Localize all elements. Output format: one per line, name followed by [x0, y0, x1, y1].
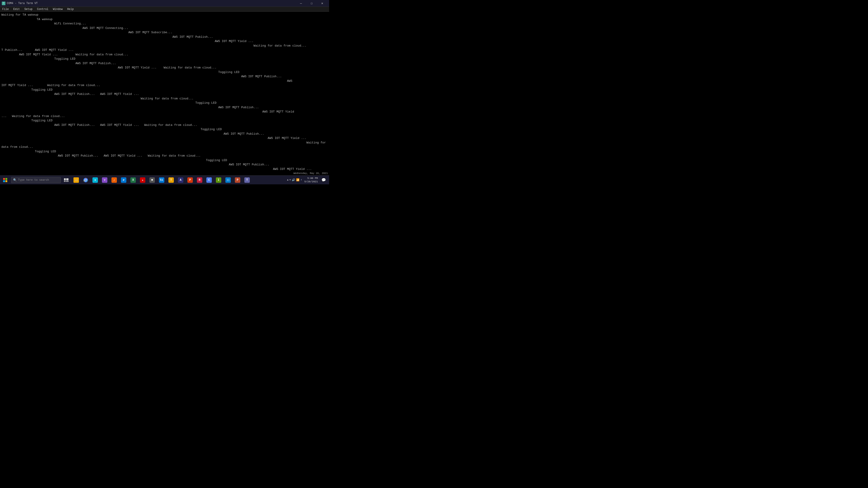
- taskbar-app-edge[interactable]: e: [119, 175, 128, 185]
- taskbar-app-excel[interactable]: X: [129, 175, 138, 185]
- svg-rect-1: [5, 178, 7, 180]
- terminal-output[interactable]: Waiting for TA wakeup TA wakeup Wifi Con…: [0, 12, 329, 175]
- taskbar-app-3dviewer[interactable]: ◈: [91, 175, 100, 185]
- svg-rect-7: [66, 181, 67, 182]
- svg-rect-0: [3, 178, 5, 180]
- terminal-line: Waiting for data from cloud...: [1, 96, 328, 101]
- terminal-line: AWS IOT MQTT Publish...: [1, 105, 328, 110]
- si-icon: Si: [159, 177, 164, 183]
- vs-icon: V: [102, 177, 107, 183]
- taskbar-app-darkred[interactable]: R: [195, 175, 204, 185]
- svg-rect-4: [64, 178, 66, 181]
- taskbar-app-vscode[interactable]: ⟨⟩: [223, 175, 232, 185]
- app-green-icon: I: [216, 177, 221, 183]
- minimize-button[interactable]: —: [296, 0, 306, 7]
- close-button[interactable]: ✕: [317, 0, 327, 7]
- terminal-line: Toggling LED: [1, 57, 328, 61]
- terminal-line: ... Waiting for data from cloud...: [1, 114, 328, 119]
- maximize-button[interactable]: ☐: [307, 0, 317, 7]
- terminal-line: AWS IOT MQTT Publish...: [1, 162, 328, 167]
- windows-icon: [3, 178, 7, 182]
- taskbar-app-gray[interactable]: ■: [148, 175, 157, 185]
- window-title: COM4 - Tera Term VT: [7, 2, 38, 5]
- svg-point-11: [85, 179, 87, 181]
- terminal-line: AWS IOT MQTT Publish...: [1, 74, 328, 79]
- taskbar-apps: 🗂 ◈ V ♪ e X: [72, 175, 285, 185]
- app-gray-icon: ■: [149, 177, 155, 183]
- terminal-line: data from cloud...: [1, 145, 328, 149]
- app-blue2-icon: A: [178, 177, 183, 183]
- terminal-line: AWS IOT MQTT Yield ...: [1, 39, 328, 43]
- app-darkred-icon: R: [197, 177, 202, 183]
- menu-control[interactable]: Control: [35, 7, 51, 11]
- taskbar-app-red[interactable]: ★: [138, 175, 147, 185]
- titlebar-controls: — ☐ ✕: [296, 0, 327, 7]
- svg-rect-3: [5, 180, 7, 182]
- tray-chevron[interactable]: ▲: [287, 179, 288, 181]
- taskbar-right: ▲ ⌨ 🔊 📶 ⚡ 5:06 PM 5/26/2021 💬: [285, 175, 329, 185]
- task-view-icon: [64, 178, 68, 182]
- excel-icon: X: [130, 177, 136, 183]
- taskbar-app-green[interactable]: I: [214, 175, 223, 185]
- terminal-line: Toggling LED: [1, 149, 328, 154]
- taskbar-app-vs[interactable]: V: [100, 175, 109, 185]
- app-icon: T: [2, 2, 5, 5]
- terminal-line: AWS IOT MQTT Connecting...: [1, 26, 328, 31]
- menu-edit[interactable]: Edit: [11, 7, 22, 11]
- terminal-line: Toggling LED: [1, 119, 328, 123]
- terminal-line: Toggling LED: [1, 158, 328, 163]
- explorer-icon: 🗂: [73, 177, 79, 183]
- tray-volume[interactable]: 🔊: [292, 178, 295, 182]
- search-bar[interactable]: 🔍 Type here to search: [11, 177, 61, 183]
- menu-window[interactable]: Window: [51, 7, 65, 11]
- terminal-line: AWS IOT MQTT Yield ... Waiting for data …: [1, 53, 328, 57]
- terminal-line: AWS IOT MQTT Publish...: [1, 132, 328, 136]
- terminal-line: Waiting for data from clou: [1, 171, 328, 175]
- terminal-line: AWS IOT MQTT Publish...: [1, 61, 328, 66]
- terminal-line: Waiting for: [1, 140, 328, 145]
- taskbar-app-music[interactable]: ♪: [110, 175, 119, 185]
- terminal-line: AWS IOT MQTT Yield ... Waiting for data …: [1, 66, 328, 70]
- menu-file[interactable]: File: [0, 7, 11, 11]
- taskbar-app-orange[interactable]: T: [166, 175, 176, 185]
- tray-keyboard: ⌨: [289, 178, 291, 182]
- titlebar-left: T COM4 - Tera Term VT: [2, 2, 38, 5]
- titlebar: T COM4 - Tera Term VT — ☐ ✕: [0, 0, 329, 7]
- tray-network[interactable]: 📶: [296, 178, 300, 182]
- start-button[interactable]: [0, 175, 10, 185]
- task-view-button[interactable]: [62, 175, 71, 185]
- terminal-line: Toggling LED: [1, 70, 328, 74]
- terminal-line: IOT MQTT Yield ... Waiting for data from…: [1, 83, 328, 88]
- terminal-line: Toggling LED: [1, 88, 328, 92]
- svg-rect-5: [66, 178, 68, 181]
- status-bar: Wednesday, May 26, 2021: [284, 171, 329, 175]
- taskbar: 🔍 Type here to search 🗂: [0, 175, 329, 184]
- 3dviewer-icon: ◈: [92, 177, 98, 183]
- notification-button[interactable]: 💬: [320, 175, 327, 185]
- taskbar-app-explorer[interactable]: 🗂: [72, 175, 81, 185]
- taskbar-app-chrome[interactable]: [81, 175, 90, 185]
- taskbar-app-red2[interactable]: P: [186, 175, 195, 185]
- music-icon: ♪: [112, 177, 117, 183]
- terminal-line: T Publish... AWS IOT MQTT Yield ...: [1, 48, 328, 53]
- terminal-line: TA wakeup: [1, 17, 328, 22]
- clock[interactable]: 5:06 PM 5/26/2021: [304, 177, 319, 183]
- taskbar-app-ppt[interactable]: P: [233, 175, 242, 185]
- menu-setup[interactable]: Setup: [22, 7, 35, 11]
- terminal-line: AWS: [1, 79, 328, 84]
- taskbar-app-teams[interactable]: T: [243, 175, 252, 185]
- clock-time: 5:06 PM: [307, 177, 318, 180]
- terminal-line: AWS IOT MQTT Publish...: [1, 35, 328, 39]
- terminal-line: AWS IOT MQTT Yield ...: [1, 167, 328, 171]
- svg-rect-2: [3, 180, 5, 182]
- terminal-line: AWS IOT MQTT Yield: [1, 109, 328, 114]
- taskbar-app-si[interactable]: Si: [157, 175, 166, 185]
- app-red2-icon: P: [187, 177, 193, 183]
- terminal-line: Toggling LED: [1, 101, 328, 105]
- taskbar-app-blue2[interactable]: A: [176, 175, 185, 185]
- menu-help[interactable]: Help: [65, 7, 76, 11]
- clock-date: 5/26/2021: [305, 180, 318, 183]
- taskbar-app-teal[interactable]: C: [205, 175, 214, 185]
- svg-rect-6: [64, 181, 65, 182]
- tray-bluetooth[interactable]: ⚡: [301, 178, 302, 182]
